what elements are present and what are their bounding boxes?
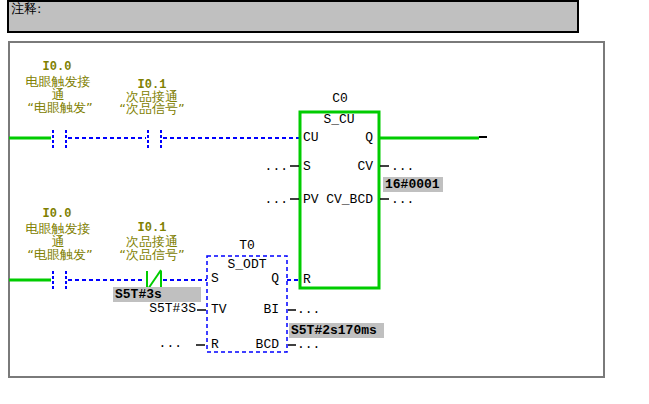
counter-port-cv: CV xyxy=(357,160,373,173)
counter-q-output-wire xyxy=(379,137,487,138)
operand-symbol: “电眼触发” xyxy=(27,101,92,114)
operand-symbol: “电眼触发” xyxy=(27,248,92,261)
timer-bcd-operand-slot[interactable]: ... xyxy=(297,338,320,351)
timer-port-bi: BI xyxy=(263,303,279,316)
timer-r-operand-slot[interactable]: ... xyxy=(159,337,182,350)
counter-port-s: S xyxy=(303,160,311,173)
operand-address[interactable]: I0.1 xyxy=(138,222,167,234)
contact-no-photo-eye-rung1[interactable] xyxy=(53,130,66,148)
timer-bi-operand-slot[interactable]: ... xyxy=(297,303,320,316)
counter-s-operand-slot[interactable]: ... xyxy=(265,160,288,173)
counter-port-pv: PV xyxy=(303,193,319,206)
counter-port-cu: CU xyxy=(303,131,319,144)
counter-cv-bcd-monitor-value: 16#0001 xyxy=(383,177,443,192)
timer-port-tv: TV xyxy=(211,303,227,316)
operand-address[interactable]: I0.0 xyxy=(43,208,72,220)
counter-cv-bcd-operand-slot[interactable]: ... xyxy=(391,193,414,206)
operand-symbol: “次品信号” xyxy=(119,102,184,115)
counter-name[interactable]: C0 xyxy=(332,92,348,105)
timer-port-bcd: BCD xyxy=(256,338,279,351)
operand-symbol: “次品信号” xyxy=(119,248,184,261)
timer-type-label: S_ODT xyxy=(227,258,266,271)
counter-port-cv-bcd: CV_BCD xyxy=(326,193,373,206)
timer-port-s: S xyxy=(211,272,219,285)
wires-layer xyxy=(0,0,649,404)
counter-cv-operand-slot[interactable]: ... xyxy=(391,160,414,173)
counter-port-q: Q xyxy=(365,131,373,144)
contact-no-photo-eye-rung2[interactable] xyxy=(53,271,66,289)
timer-bcd-monitor-value: S5T#2s170ms xyxy=(289,323,384,338)
timer-tv-monitor-value: S5T#3s xyxy=(113,287,201,302)
counter-type-label: S_CU xyxy=(323,113,354,126)
counter-port-r: R xyxy=(303,273,311,286)
timer-port-q: Q xyxy=(271,272,279,285)
contact-no-defect-rung1[interactable] xyxy=(148,130,161,148)
timer-port-r: R xyxy=(211,338,219,351)
ladder-editor-screen: 注释: xyxy=(0,0,649,404)
timer-name[interactable]: T0 xyxy=(239,239,255,252)
counter-pv-operand-slot[interactable]: ... xyxy=(265,193,288,206)
operand-address[interactable]: I0.0 xyxy=(43,61,72,73)
timer-tv-operand[interactable]: S5T#3S xyxy=(149,302,196,315)
